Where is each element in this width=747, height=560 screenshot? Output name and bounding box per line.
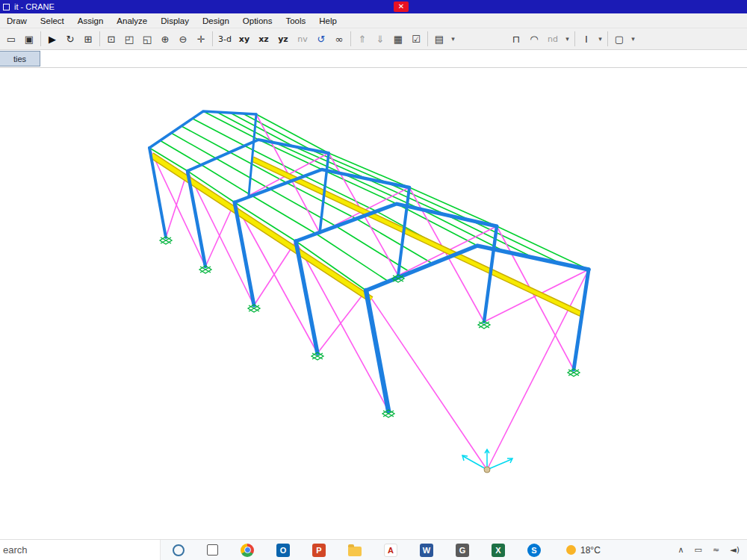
application-window: it - CRANE ✕ Draw Select Assign Analyze … xyxy=(0,0,747,560)
view-xy-button[interactable]: xy xyxy=(235,30,254,48)
perspective-toggle-button[interactable]: ∞ xyxy=(330,30,348,48)
menu-assign[interactable]: Assign xyxy=(71,13,111,28)
taskbar-search-text: earch xyxy=(3,544,28,556)
taskbar-search-box[interactable]: earch xyxy=(0,540,161,560)
global-axes-origin xyxy=(462,449,512,473)
area-section-arrow[interactable]: ▾ xyxy=(628,30,638,48)
toolbar: ▭ ▣ ▶ ↻ ⊞ ⊡ ◰ ◱ ⊕ ⊖ ✛ 3-d xy xz yz nv ↺ … xyxy=(0,28,747,50)
tray-network-icon[interactable]: ≈ xyxy=(713,545,719,555)
snap-grid-button[interactable]: ⊞ xyxy=(79,30,97,48)
named-views-button[interactable]: ▦ xyxy=(389,30,407,48)
acrobat-icon[interactable]: A xyxy=(384,544,397,557)
temperature-label: 18°C xyxy=(580,545,601,556)
taskbar-app-icons: O P A W G X S xyxy=(173,544,541,557)
sun-icon xyxy=(566,545,576,555)
i-section-arrow[interactable]: ▾ xyxy=(595,30,605,48)
refresh-view-button[interactable]: ↻ xyxy=(61,30,79,48)
zoom-in-button[interactable]: ⊕ xyxy=(156,30,174,48)
nd-mode-button[interactable]: nd xyxy=(543,30,562,48)
window-title: it - CRANE xyxy=(14,2,55,11)
i-section-button[interactable]: Ⅰ xyxy=(577,30,595,48)
menu-bar: Draw Select Assign Analyze Display Desig… xyxy=(0,13,747,28)
view-yz-button[interactable]: yz xyxy=(273,30,293,48)
toolbar-separator xyxy=(427,31,428,46)
lock-button[interactable]: ▣ xyxy=(20,30,38,48)
powerpoint-icon[interactable]: P xyxy=(312,544,326,557)
structure-3d-view[interactable] xyxy=(0,68,747,540)
menu-draw[interactable]: Draw xyxy=(0,13,34,28)
display-options-button[interactable]: ▤ xyxy=(430,30,448,48)
toolbar-separator xyxy=(40,31,41,46)
toolbar-separator xyxy=(99,31,100,46)
system-tray: ∧ ▭ ≈ ◄) xyxy=(678,545,740,555)
tab-strip: ties xyxy=(0,50,747,67)
view-3d-button[interactable]: 3-d xyxy=(215,30,235,48)
menu-design[interactable]: Design xyxy=(196,13,236,28)
draw-frame-button[interactable]: ⊓ xyxy=(507,30,525,48)
zoom-out-button[interactable]: ⊖ xyxy=(174,30,192,48)
tray-volume-icon[interactable]: ◄) xyxy=(730,545,740,555)
skype-icon[interactable]: S xyxy=(527,544,541,557)
toolbar-separator xyxy=(212,31,213,46)
shift-down-button[interactable]: ⇓ xyxy=(371,30,389,48)
tray-display-icon[interactable]: ▭ xyxy=(695,545,702,555)
panel-tab-properties[interactable]: ties xyxy=(0,51,40,66)
file-explorer-icon[interactable] xyxy=(348,547,362,556)
gimp-icon[interactable]: G xyxy=(456,544,469,557)
toolbar-separator xyxy=(350,31,351,46)
pan-button[interactable]: ✛ xyxy=(192,30,210,48)
panel-tab-label: ties xyxy=(13,55,26,63)
shift-up-button[interactable]: ⇑ xyxy=(353,30,371,48)
pointer-button[interactable]: ▭ xyxy=(2,30,20,48)
draw-arc-frame-button[interactable]: ◠ xyxy=(525,30,543,48)
menu-select[interactable]: Select xyxy=(34,13,71,28)
cortana-icon[interactable] xyxy=(173,544,185,556)
view-nv-button[interactable]: nv xyxy=(293,30,312,48)
cross-bracing[interactable] xyxy=(149,114,589,470)
chrome-icon[interactable] xyxy=(241,544,254,557)
portal-frames[interactable] xyxy=(149,111,589,411)
view-xz-button[interactable]: xz xyxy=(254,30,273,48)
task-view-icon[interactable] xyxy=(207,544,218,556)
close-button[interactable]: ✕ xyxy=(394,1,409,12)
run-analysis-button[interactable]: ▶ xyxy=(43,30,61,48)
app-icon xyxy=(3,4,10,10)
draw-tools-group: ⊓ ◠ nd ▾ Ⅰ ▾ ▢ ▾ xyxy=(507,30,638,48)
tray-expand-icon[interactable]: ∧ xyxy=(678,545,684,555)
toolbar-separator xyxy=(574,31,575,46)
taskbar-weather[interactable]: 18°C xyxy=(566,545,601,556)
toolbar-separator xyxy=(607,31,608,46)
menu-analyze[interactable]: Analyze xyxy=(110,13,154,28)
zoom-full-button[interactable]: ◰ xyxy=(120,30,138,48)
menu-help[interactable]: Help xyxy=(312,13,344,28)
zoom-previous-button[interactable]: ◱ xyxy=(138,30,156,48)
outlook-icon[interactable]: O xyxy=(276,544,290,557)
undo-view-button[interactable]: ↺ xyxy=(312,30,330,48)
nd-mode-arrow[interactable]: ▾ xyxy=(562,30,572,48)
excel-icon[interactable]: X xyxy=(492,544,505,557)
menu-options[interactable]: Options xyxy=(236,13,279,28)
word-icon[interactable]: W xyxy=(420,544,433,557)
windows-taskbar: earch O P A W G X S 18°C ∧ ▭ ≈ ◄) xyxy=(0,539,747,560)
area-section-button[interactable]: ▢ xyxy=(610,30,628,48)
model-canvas[interactable] xyxy=(0,67,747,539)
menu-display[interactable]: Display xyxy=(154,13,196,28)
zoom-window-button[interactable]: ⊡ xyxy=(102,30,120,48)
show-checks-button[interactable]: ☑ xyxy=(407,30,425,48)
title-bar: it - CRANE ✕ xyxy=(0,0,747,13)
display-options-arrow[interactable]: ▾ xyxy=(448,30,458,48)
menu-tools[interactable]: Tools xyxy=(279,13,312,28)
